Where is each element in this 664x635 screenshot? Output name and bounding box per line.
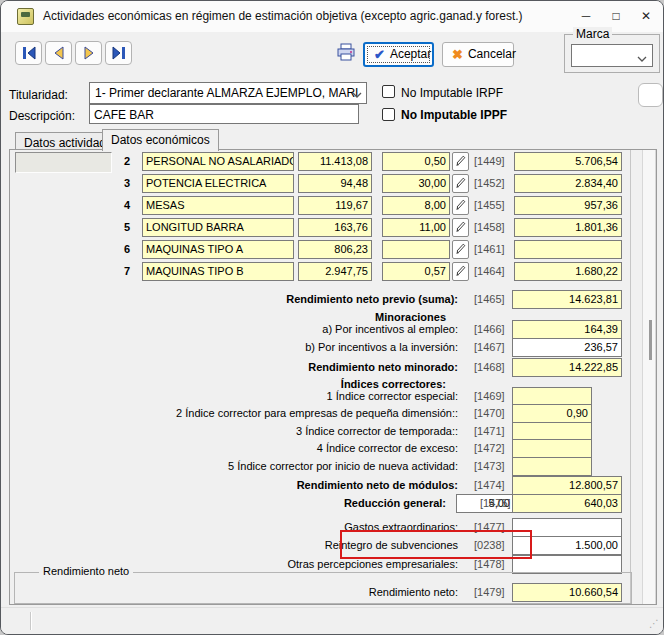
module-result-field[interactable]: 2.834,40 [514, 174, 622, 193]
chevron-down-icon[interactable] [634, 48, 650, 63]
field-1479[interactable]: 10.660,54 [512, 583, 622, 602]
pencil-icon [455, 199, 466, 214]
row-number: 6 [116, 240, 138, 259]
next-record-icon [81, 48, 97, 63]
module-coef-field[interactable]: 0,57 [382, 262, 450, 281]
module-name-field[interactable]: PERSONAL NO ASALARIADO [142, 152, 294, 171]
edit-button[interactable] [452, 262, 469, 281]
resize-grip-icon[interactable]: ⋰ [646, 617, 659, 630]
form-row-1477: Gastos extraordinarios: [1477] [10, 518, 656, 537]
module-row: 5 LONGITUD BARRA 163,76 11,00 [1458] 1.8… [10, 218, 656, 237]
field-1470[interactable]: 0,90 [512, 404, 592, 423]
module-result-field[interactable]: 1.680,22 [514, 262, 622, 281]
field-1475[interactable]: 640,03 [512, 494, 622, 513]
edit-button[interactable] [452, 196, 469, 215]
chevron-down-icon[interactable] [352, 87, 362, 101]
edit-button[interactable] [452, 218, 469, 237]
previous-record-icon [51, 48, 67, 63]
accept-button[interactable]: ✔Aceptar [363, 42, 434, 67]
field-label: Rendimiento neto de módulos: [297, 476, 458, 495]
module-coef-field[interactable]: 0,50 [382, 152, 450, 171]
form-row-1473: 5 Índice corrector por inicio de nueva a… [10, 457, 656, 476]
module-base-field[interactable]: 2.947,75 [298, 262, 372, 281]
edit-button[interactable] [452, 174, 469, 193]
form-row-1465: Rendimiento neto previo (suma): [1465] 1… [10, 290, 656, 309]
edit-button[interactable] [452, 152, 469, 171]
last-record-button[interactable] [105, 41, 132, 65]
field-1468[interactable]: 14.222,85 [512, 358, 622, 377]
row-number: 2 [116, 152, 138, 171]
field-label: Reducción general: [344, 494, 446, 513]
status-separator [30, 612, 31, 630]
accept-button-label: Aceptar [390, 47, 431, 61]
pencil-icon [455, 265, 466, 280]
module-name-field[interactable]: MESAS [142, 196, 294, 215]
print-button[interactable] [334, 42, 358, 65]
field-1472[interactable] [512, 439, 592, 458]
descripcion-input[interactable]: CAFE BAR [89, 104, 359, 124]
status-bar: ⋰ [1, 607, 663, 634]
rendimiento-neto-group-label: Rendimiento neto [39, 565, 133, 577]
tab-datos-economicos[interactable]: Datos económicos [102, 129, 219, 151]
form-row-1472: 4 Índice corrector de exceso: [1472] [10, 439, 656, 458]
field-label: 2 Índice corrector para empresas de pequ… [176, 404, 458, 423]
dialog-window: Actividades económicas en régimen de est… [0, 0, 664, 635]
pencil-icon [455, 177, 466, 192]
field-code: [1455] [474, 196, 518, 215]
previous-record-button[interactable] [45, 41, 72, 65]
next-record-button[interactable] [75, 41, 102, 65]
field-1466[interactable]: 164,39 [512, 320, 622, 339]
row-number: 7 [116, 262, 138, 281]
module-base-field[interactable]: 163,76 [298, 218, 372, 237]
module-coef-field[interactable]: 11,00 [382, 218, 450, 237]
titularidad-combobox[interactable]: 1- Primer declarante ALMARZA EJEMPLO, MA… [89, 82, 367, 104]
field-code: [1461] [474, 240, 518, 259]
cross-icon: ✖ [452, 47, 463, 62]
module-coef-field[interactable] [382, 240, 450, 259]
field-1465[interactable]: 14.623,81 [512, 290, 622, 309]
field-code: [1449] [474, 152, 518, 171]
clipped-next-field [512, 604, 622, 605]
module-coef-field[interactable]: 8,00 [382, 196, 450, 215]
edit-button[interactable] [452, 240, 469, 259]
module-name-field[interactable]: MAQUINAS TIPO A [142, 240, 294, 259]
module-base-field[interactable]: 94,48 [298, 174, 372, 193]
field-1473[interactable] [512, 457, 592, 476]
field-label: a) Por incentivos al empleo: [322, 320, 458, 339]
pencil-icon [455, 221, 466, 236]
no-imputable-ippf-checkbox[interactable] [382, 108, 395, 121]
corner-mini-button[interactable] [638, 83, 663, 107]
module-base-field[interactable]: 119,67 [298, 196, 372, 215]
module-base-field[interactable]: 806,23 [298, 240, 372, 259]
module-name-field[interactable]: POTENCIA ELECTRICA [142, 174, 294, 193]
form-row-1474: Rendimiento neto de módulos: [1474] 12.8… [10, 476, 656, 495]
pencil-icon [455, 155, 466, 170]
field-label: 4 Índice corrector de exceso: [317, 439, 458, 458]
field-code: [1452] [474, 174, 518, 193]
module-result-field[interactable]: 957,36 [514, 196, 622, 215]
module-result-field[interactable]: 1.801,36 [514, 218, 622, 237]
module-result-field[interactable] [514, 240, 622, 259]
check-icon: ✔ [374, 47, 385, 62]
module-result-field[interactable]: 5.706,54 [514, 152, 622, 171]
module-name-field[interactable]: LONGITUD BARRA [142, 218, 294, 237]
no-imputable-irpf-checkbox[interactable] [382, 85, 395, 98]
first-record-button[interactable] [15, 41, 42, 65]
field-1474[interactable]: 12.800,57 [512, 476, 622, 495]
close-button[interactable]: ✕ [631, 1, 661, 31]
marca-groupbox: Marca [564, 34, 660, 73]
module-base-field[interactable]: 11.413,08 [298, 152, 372, 171]
field-1467[interactable]: 236,57 [512, 338, 622, 357]
cancel-button[interactable]: ✖Cancelar [442, 42, 514, 67]
field-label: Rendimiento neto previo (suma): [286, 290, 458, 309]
tab-datos-actividad[interactable]: Datos actividad [15, 132, 115, 150]
printer-icon [335, 51, 357, 66]
module-coef-field[interactable]: 30,00 [382, 174, 450, 193]
module-row: 6 MAQUINAS TIPO A 806,23 [1461] [10, 240, 656, 259]
module-row: 3 POTENCIA ELECTRICA 94,48 30,00 [1452] … [10, 174, 656, 193]
module-name-field[interactable]: MAQUINAS TIPO B [142, 262, 294, 281]
last-record-icon [111, 48, 127, 63]
form-row-1475: Reducción general: 5,00 [1475] 640,03 [10, 494, 656, 513]
titularidad-label: Titularidad: [9, 88, 68, 102]
marca-combobox[interactable] [571, 44, 653, 67]
